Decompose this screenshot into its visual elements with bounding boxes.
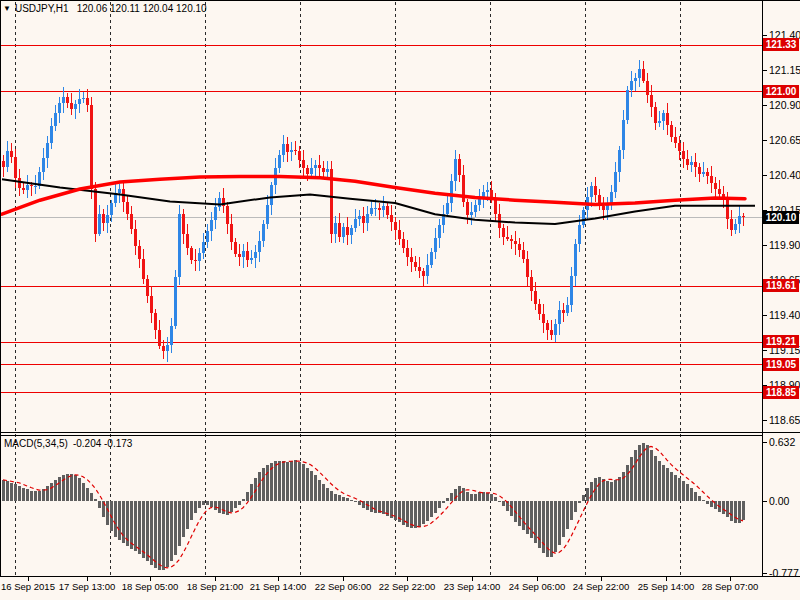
indicator-name: MACD(5,34,5) [4, 438, 68, 449]
time-tick-label: 18 Sep 05:00 [115, 581, 185, 592]
candlesticks [2, 60, 745, 362]
ma-red-line [2, 176, 745, 214]
symbol-timeframe-label: USDJPY,H1 [15, 3, 69, 14]
symbol-dropdown-icon[interactable]: ▼ [3, 4, 11, 14]
price-tick-label: 121.15 [769, 64, 799, 76]
price-level-badge: 121.00 [763, 85, 799, 98]
time-tick-label: 28 Sep 07:00 [695, 581, 765, 592]
price-tick-label: 118.65 [769, 414, 799, 426]
price-tick-label: 119.90 [769, 239, 799, 251]
indicator-tick-label: 0.632 [769, 436, 799, 448]
price-level-badge: 119.05 [763, 358, 799, 371]
price-tick-label: 119.40 [769, 309, 799, 321]
price-tick-label: 120.65 [769, 134, 799, 146]
time-tick-label: 24 Sep 06:00 [502, 581, 572, 592]
macd-histogram [2, 443, 745, 570]
time-tick-label: 24 Sep 22:00 [566, 581, 636, 592]
chart-header: ▼ USDJPY,H1 120.06 120.11 120.04 120.10 [3, 3, 207, 14]
price-level-badge: 119.61 [763, 279, 799, 292]
current-price-badge: 120.10 [763, 211, 799, 224]
time-tick-label: 17 Sep 13:00 [52, 581, 122, 592]
time-tick-label: 25 Sep 14:00 [631, 581, 701, 592]
time-tick-label: 22 Sep 06:00 [308, 581, 378, 592]
indicator-values: -0.204 -0.173 [73, 438, 133, 449]
grid-lines [16, 2, 681, 576]
chart-canvas[interactable] [0, 1, 800, 600]
chart-window: ▼ USDJPY,H1 120.06 120.11 120.04 120.10 … [0, 0, 800, 600]
ohlc-quotes-label: 120.06 120.11 120.04 120.10 [77, 3, 207, 14]
time-tick-label: 22 Sep 22:00 [372, 581, 442, 592]
indicator-tick-label: 0.00 [769, 495, 799, 507]
price-level-badge: 119.21 [763, 335, 799, 348]
price-level-badge: 121.33 [763, 38, 799, 51]
price-tick-label: 120.40 [769, 169, 799, 181]
time-tick-label: 21 Sep 14:00 [243, 581, 313, 592]
price-tick-label: 120.90 [769, 99, 799, 111]
price-level-badge: 118.85 [763, 386, 799, 399]
time-tick-label: 23 Sep 14:00 [437, 581, 507, 592]
time-tick-label: 18 Sep 21:00 [180, 581, 250, 592]
indicator-label: MACD(5,34,5)-0.204 -0.173 [4, 438, 137, 449]
indicator-tick-label: -0.777 [769, 567, 799, 579]
